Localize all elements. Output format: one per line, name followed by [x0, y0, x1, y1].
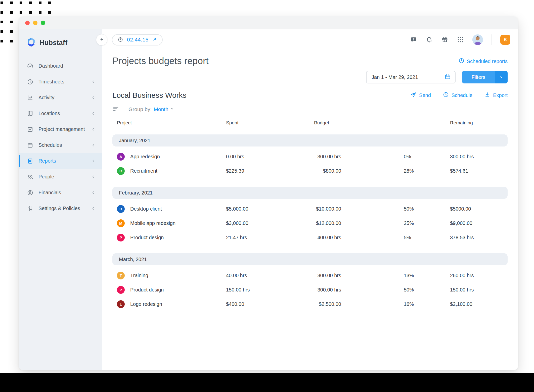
schedule-report-link[interactable]: Schedule — [443, 92, 472, 99]
page-title: Projects budgets report — [112, 56, 209, 66]
arrow-up-right-icon — [152, 37, 157, 43]
budget-value: 400.00 hrs — [317, 235, 341, 240]
timer-widget[interactable]: 02:44:15 — [112, 34, 163, 45]
percent-used-value: 28% — [401, 168, 450, 174]
app-window: Hubstaff DashboardTimesheetsActivityLoca… — [19, 16, 518, 370]
send-report-link[interactable]: Send — [410, 92, 431, 99]
remaining-value: 378.53 hrs — [450, 235, 508, 240]
percent-used-value: 50% — [401, 287, 450, 293]
page-canvas: Hubstaff DashboardTimesheetsActivityLoca… — [0, 0, 534, 392]
project-avatar: R — [117, 167, 125, 175]
organization-name: Local Business Works — [112, 91, 187, 100]
user-avatar[interactable] — [472, 34, 483, 45]
chevron-left-icon — [91, 127, 95, 131]
settings-icon — [27, 205, 33, 212]
sidebar-item-label: Reports — [38, 158, 56, 164]
project-avatar: D — [117, 205, 125, 213]
spent-value: 40.00 hrs — [226, 273, 314, 278]
percent-used-value: 25% — [401, 220, 450, 226]
organization-badge[interactable]: K — [500, 35, 510, 45]
filters-label[interactable]: Filters — [462, 71, 495, 83]
export-label: Export — [493, 92, 508, 98]
sidebar-item-label: Settings & Policies — [38, 206, 80, 211]
group-lines-icon — [112, 105, 119, 113]
financials-icon — [27, 189, 33, 196]
project-avatar: P — [117, 286, 125, 294]
project-name: Product design — [130, 287, 164, 293]
collapse-sidebar-button[interactable] — [96, 34, 107, 45]
project-management-icon — [27, 126, 33, 133]
group-by-label: Group by: — [128, 106, 152, 112]
percent-used-value: 50% — [401, 206, 450, 212]
month-section-header: March, 2021 — [112, 253, 508, 265]
month-section-title: February, 2021 — [119, 190, 153, 196]
spent-value: 21.47 hrs — [226, 235, 314, 240]
help-icon[interactable]: ? — [410, 36, 417, 43]
spent-value: $3,000.00 — [226, 220, 314, 226]
date-range-picker[interactable]: Jan 1 - Mar 29, 2021 — [366, 71, 456, 83]
zoom-window-button[interactable] — [41, 21, 45, 25]
chevron-left-icon — [91, 159, 95, 163]
spent-value: $400.00 — [226, 301, 314, 307]
sidebar-item-reports[interactable]: Reports — [19, 153, 102, 169]
send-label: Send — [419, 92, 431, 98]
filters-dropdown-toggle[interactable] — [495, 71, 508, 83]
chevron-down-icon — [170, 106, 174, 112]
topbar: 02:44:15 ? — [102, 29, 518, 50]
project-row: AApp redesign0.00 hrs300.00 hrs0%300.00 … — [112, 150, 508, 164]
project-name: Mobile app redesign — [130, 220, 175, 226]
percent-used-value: 5% — [401, 235, 450, 240]
column-header-project: Project — [112, 120, 226, 126]
chevron-left-icon — [91, 206, 95, 211]
clock-icon — [459, 58, 464, 65]
sidebar-item-locations[interactable]: Locations — [19, 106, 102, 121]
sidebar-item-financials[interactable]: Financials — [19, 185, 102, 201]
column-header-spent: Spent — [226, 120, 314, 126]
project-avatar: A — [117, 153, 125, 161]
remaining-value: $9,000.00 — [450, 220, 508, 226]
sidebar-item-activity[interactable]: Activity — [19, 90, 102, 106]
reports-icon — [27, 158, 33, 164]
table-header: Project Spent Budget Remaining — [112, 120, 508, 126]
sidebar-item-label: Dashboard — [38, 63, 63, 69]
group-by-dropdown[interactable]: Month — [154, 106, 174, 112]
percent-used-value: 13% — [401, 273, 450, 278]
remaining-value: $5000.00 — [450, 206, 508, 212]
filters-button[interactable]: Filters — [462, 71, 508, 83]
sidebar-item-schedules[interactable]: Schedules — [19, 137, 102, 153]
close-window-button[interactable] — [25, 21, 30, 25]
apps-grid-icon[interactable] — [457, 36, 464, 43]
sidebar-item-dashboard[interactable]: Dashboard — [19, 58, 102, 74]
arrow-left-icon — [99, 37, 105, 43]
project-name: Recruitment — [130, 168, 157, 174]
project-name: App redesign — [130, 154, 160, 160]
gifts-icon[interactable] — [441, 36, 448, 43]
dashboard-icon — [27, 63, 33, 69]
sidebar-item-project-management[interactable]: Project management — [19, 121, 102, 137]
sidebar-item-label: Timesheets — [38, 79, 64, 85]
sidebar-item-settings-policies[interactable]: Settings & Policies — [19, 201, 102, 216]
chevron-left-icon — [91, 95, 95, 100]
remaining-value: $2,100.00 — [450, 301, 508, 307]
calendar-icon — [444, 73, 451, 81]
minimize-window-button[interactable] — [33, 21, 37, 25]
scheduled-reports-link[interactable]: Scheduled reports — [459, 58, 508, 65]
project-row: PProduct design150.00 hrs300.00 hrs50%15… — [112, 283, 508, 297]
sidebar-item-people[interactable]: People — [19, 169, 102, 185]
remaining-value: $574.61 — [450, 168, 508, 174]
percent-used-value: 16% — [401, 301, 450, 307]
sidebar-item-label: Activity — [38, 95, 54, 101]
bottom-black-bar — [0, 373, 534, 392]
notifications-icon[interactable] — [426, 36, 433, 43]
project-row: DDesktop client$5,000.00$10,000.0050%$50… — [112, 202, 508, 216]
sidebar-item-timesheets[interactable]: Timesheets — [19, 74, 102, 90]
budget-value: 300.00 hrs — [317, 287, 341, 293]
brand-logo[interactable]: Hubstaff — [19, 29, 102, 48]
table-body: January, 2021AApp redesign0.00 hrs300.00… — [112, 134, 508, 311]
remaining-value: 150.00 hrs — [450, 287, 508, 293]
sidebar-item-label: Locations — [38, 111, 60, 116]
export-report-link[interactable]: Export — [484, 92, 508, 99]
locations-icon — [27, 110, 33, 117]
paper-plane-icon — [410, 92, 416, 99]
project-row: TTraining40.00 hrs300.00 hrs13%260.00 hr… — [112, 268, 508, 283]
